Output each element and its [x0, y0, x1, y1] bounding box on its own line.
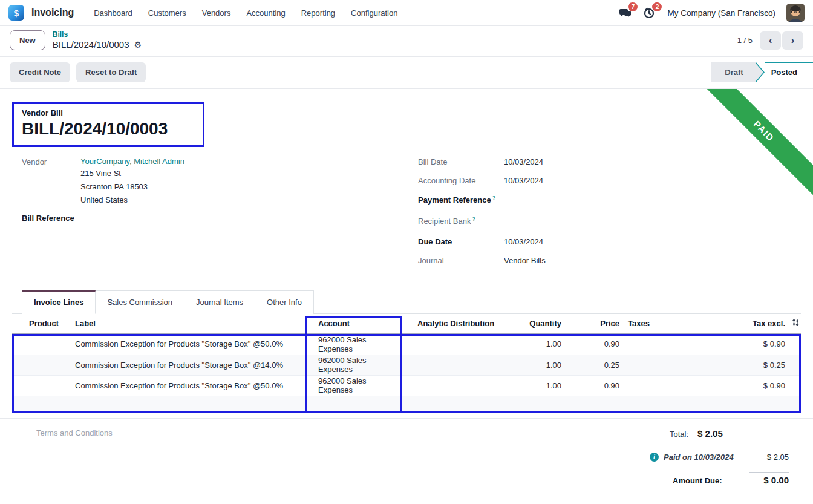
bill-reference-label: Bill Reference: [22, 214, 418, 223]
column-header-price: Price: [561, 319, 619, 328]
activities-badge: 2: [652, 2, 662, 11]
breadcrumb-current-label: BILL/2024/10/0003: [53, 39, 129, 51]
nav-right: 7 2 My Company (San Francisco): [619, 4, 805, 22]
company-switcher[interactable]: My Company (San Francisco): [667, 8, 775, 18]
cell-label[interactable]: Commission Exception for Products "Stora…: [75, 339, 302, 349]
paid-on-label: Paid on 10/03/2024: [664, 453, 734, 462]
form-footer: Terms and Conditions Total: $ 2.05 i Pai…: [12, 419, 801, 485]
column-header-account: Account: [302, 319, 399, 328]
vendor-label: Vendor: [22, 157, 80, 206]
actions-gear-icon[interactable]: ⚙: [134, 40, 142, 51]
cell-label[interactable]: Commission Exception for Products "Stora…: [75, 381, 302, 390]
payment-reference-label: Payment Reference?: [418, 195, 504, 205]
bill-date-value[interactable]: 10/03/2024: [504, 157, 543, 166]
amount-due-value: $ 0.00: [749, 472, 789, 485]
statusbar: Draft Posted: [711, 62, 813, 82]
activities-icon[interactable]: 2: [643, 7, 656, 19]
due-date-value[interactable]: 10/03/2024: [504, 237, 543, 246]
optional-columns-icon[interactable]: [785, 318, 801, 329]
new-button[interactable]: New: [10, 30, 45, 50]
cell-label[interactable]: Commission Exception for Products "Stora…: [75, 361, 302, 370]
app-title[interactable]: Invoicing: [31, 7, 74, 18]
cell-tax-excl[interactable]: $ 0.25: [673, 361, 785, 370]
document-name: BILL/2024/10/0003: [22, 119, 188, 139]
fields-right-column: Bill Date 10/03/2024 Accounting Date 10/…: [418, 157, 801, 275]
cell-price[interactable]: 0.90: [561, 381, 619, 390]
invoice-line-row-2[interactable]: Commission Exception for Products "Stora…: [12, 355, 801, 375]
user-avatar[interactable]: [786, 4, 805, 22]
form-sheet: PAID Vendor Bill BILL/2024/10/0003 Vendo…: [0, 89, 813, 485]
avatar-image: [786, 4, 805, 22]
journal-value[interactable]: Vendor Bills: [504, 256, 546, 265]
messages-icon[interactable]: 7: [619, 7, 632, 19]
vendor-address-line-2: Scranton PA 18503: [80, 181, 184, 192]
cell-tax-excl[interactable]: $ 0.90: [673, 339, 785, 349]
form-fields: Vendor YourCompany, Mitchell Admin 215 V…: [12, 157, 801, 275]
cell-price[interactable]: 0.25: [561, 361, 619, 370]
paid-amount-value: $ 2.05: [767, 453, 789, 462]
column-header-tax-excl: Tax excl.: [673, 319, 785, 328]
tab-sales-commission[interactable]: Sales Commission: [96, 290, 184, 314]
cell-account[interactable]: 962000 Sales Expenses: [302, 376, 399, 394]
cell-price[interactable]: 0.90: [561, 339, 619, 349]
messages-badge: 7: [628, 2, 638, 11]
recipient-bank-help-icon[interactable]: ?: [472, 216, 475, 222]
cell-account[interactable]: 962000 Sales Expenses: [302, 356, 399, 374]
recipient-bank-label: Recipient Bank?: [418, 216, 504, 226]
accounting-date-value[interactable]: 10/03/2024: [504, 176, 543, 185]
invoice-line-row-1[interactable]: Commission Exception for Products "Stora…: [12, 334, 801, 355]
column-header-product: Product: [12, 319, 75, 328]
fields-left-column: Vendor YourCompany, Mitchell Admin 215 V…: [22, 157, 418, 275]
cell-quantity[interactable]: 1.00: [495, 381, 561, 390]
total-label: Total:: [670, 430, 688, 439]
payment-reference-help-icon[interactable]: ?: [492, 195, 496, 201]
statusbar-arrow-icon: [756, 62, 765, 82]
reset-to-draft-button[interactable]: Reset to Draft: [76, 62, 146, 82]
menu-item-configuration[interactable]: Configuration: [343, 4, 405, 22]
menu-item-dashboard[interactable]: Dashboard: [86, 4, 140, 22]
pager-next-button[interactable]: ›: [782, 31, 803, 50]
table-header-row: Product Label Account Analytic Distribut…: [12, 314, 801, 334]
tab-other-info[interactable]: Other Info: [255, 290, 314, 314]
column-header-analytic-distribution: Analytic Distribution: [399, 319, 495, 328]
breadcrumb-current: BILL/2024/10/0003 ⚙: [53, 39, 142, 51]
tab-invoice-lines[interactable]: Invoice Lines: [22, 290, 96, 314]
vendor-field: YourCompany, Mitchell Admin 215 Vine St …: [80, 157, 184, 206]
record-pager: 1 / 5 ‹ ›: [737, 31, 803, 50]
pager-previous-button[interactable]: ‹: [760, 31, 781, 50]
breadcrumb-row: New Bills BILL/2024/10/0003 ⚙ 1 / 5 ‹ ›: [0, 26, 813, 56]
annotation-box-title: Vendor Bill BILL/2024/10/0003: [12, 102, 204, 147]
journal-label: Journal: [418, 256, 504, 265]
table-body: Commission Exception for Products "Stora…: [12, 334, 801, 412]
credit-note-button[interactable]: Credit Note: [10, 62, 70, 82]
total-value: $ 2.05: [697, 428, 723, 439]
top-nav: $ Invoicing Dashboard Customers Vendors …: [0, 0, 813, 25]
status-step-draft[interactable]: Draft: [711, 62, 755, 82]
totals-block: Total: $ 2.05 i Paid on 10/03/2024 $ 2.0…: [650, 428, 789, 485]
main-menu: Dashboard Customers Vendors Accounting R…: [86, 4, 405, 22]
cell-quantity[interactable]: 1.00: [495, 339, 561, 349]
breadcrumb: Bills BILL/2024/10/0003 ⚙: [53, 30, 142, 51]
menu-item-reporting[interactable]: Reporting: [293, 4, 343, 22]
due-date-label: Due Date: [418, 237, 504, 246]
tab-journal-items[interactable]: Journal Items: [184, 290, 255, 314]
cell-quantity[interactable]: 1.00: [495, 361, 561, 370]
vendor-link[interactable]: YourCompany, Mitchell Admin: [80, 157, 184, 166]
cell-tax-excl[interactable]: $ 0.90: [673, 381, 785, 390]
vendor-address-line-3: United States: [80, 194, 184, 206]
menu-item-vendors[interactable]: Vendors: [194, 4, 239, 22]
vendor-address-line-1: 215 Vine St: [80, 168, 184, 179]
cell-account[interactable]: 962000 Sales Expenses: [302, 335, 399, 353]
document-type-label: Vendor Bill: [22, 108, 188, 117]
status-step-posted[interactable]: Posted: [765, 62, 813, 82]
terms-and-conditions-placeholder[interactable]: Terms and Conditions: [24, 428, 113, 485]
breadcrumb-bills-link[interactable]: Bills: [53, 30, 142, 39]
bill-date-label: Bill Date: [418, 157, 504, 166]
menu-item-accounting[interactable]: Accounting: [238, 4, 293, 22]
invoice-line-row-3[interactable]: Commission Exception for Products "Stora…: [12, 375, 801, 396]
paid-info-icon[interactable]: i: [650, 453, 659, 462]
notebook-tabs: Invoice Lines Sales Commission Journal I…: [12, 290, 801, 314]
invoice-line-empty-row[interactable]: [12, 396, 801, 412]
menu-item-customers[interactable]: Customers: [140, 4, 194, 22]
invoicing-app-icon[interactable]: $: [8, 5, 24, 21]
